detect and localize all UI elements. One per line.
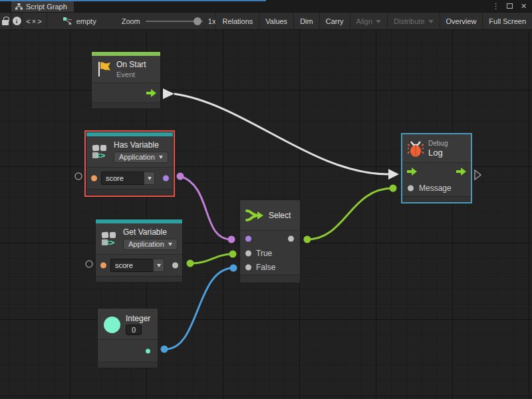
true-label: True [256, 249, 272, 258]
integer-value-field[interactable]: 0 [126, 325, 142, 335]
selector-row [240, 230, 300, 246]
graph-canvas[interactable]: On Start Event <> [0, 30, 532, 399]
zoom-slider-handle[interactable] [194, 17, 201, 25]
node-select[interactable]: Select True False [239, 200, 301, 283]
condition-input-port[interactable] [245, 235, 251, 241]
chevron-down-icon [168, 243, 172, 246]
node-title: Get Variable [123, 227, 178, 237]
integer-output-port[interactable] [146, 348, 150, 353]
flow-input-port[interactable] [407, 168, 417, 176]
wire-endpoint [390, 185, 397, 192]
node-title: Integer [126, 314, 150, 323]
bool-output-port[interactable] [163, 176, 169, 182]
variable-picker-button[interactable] [144, 172, 155, 185]
node-on-start[interactable]: On Start Event [91, 51, 161, 109]
node-has-variable[interactable]: <> Has Variable Application score [86, 132, 174, 196]
dim-button[interactable]: Dim [293, 13, 319, 29]
tab-title: Script Graph [26, 3, 67, 11]
node-integer[interactable]: Integer 0 [97, 308, 158, 368]
node-title: Log [428, 148, 448, 158]
menu-kebab-icon[interactable]: ⋮ [490, 1, 501, 11]
true-input-port[interactable] [245, 250, 251, 256]
selection-output-port[interactable] [288, 235, 294, 241]
node-footer [402, 196, 471, 202]
false-input-port[interactable] [245, 265, 251, 271]
chevron-down-icon [428, 20, 434, 23]
node-debug-log[interactable]: Debug Log Message [401, 133, 472, 203]
variable-picker-button[interactable] [153, 259, 164, 272]
wire-endpoint [177, 173, 184, 180]
wire-hasvar-to-select[interactable] [180, 176, 231, 239]
distribute-dropdown[interactable]: Distribute [387, 13, 439, 29]
name-input-port[interactable] [100, 263, 106, 269]
false-row: False [240, 260, 300, 275]
message-row: Message [402, 180, 471, 196]
node-title: Select [269, 211, 291, 220]
variable-row: score [96, 254, 182, 276]
flag-icon [97, 61, 112, 77]
node-footer [96, 276, 182, 282]
align-dropdown[interactable]: Align [350, 13, 387, 29]
close-icon[interactable]: ✕ [518, 1, 529, 11]
message-label: Message [419, 184, 452, 193]
variable-row: score [86, 167, 173, 189]
window-controls: ⋮ ✕ [490, 0, 529, 12]
flow-output-port[interactable] [456, 168, 466, 176]
chevron-down-icon [159, 156, 163, 159]
unconnected-port-circle [86, 261, 92, 267]
carry-button[interactable]: Carry [319, 13, 350, 29]
script-graph-window: Script Graph ⋮ ✕ i <×> empt [0, 0, 532, 399]
zoom-control: Zoom 1x [122, 13, 216, 29]
wire-end-arrowhead [388, 169, 399, 180]
lock-button[interactable] [0, 13, 11, 29]
unconnected-flow-triangle [475, 170, 481, 180]
node-subtitle: Event [116, 70, 146, 78]
node-title: Has Variable [114, 140, 168, 150]
graph-toolbar: i <×> empty Zoom 1x Relations Value [0, 12, 532, 30]
flow-output-port[interactable] [146, 89, 156, 97]
node-footer [240, 275, 300, 283]
values-button[interactable]: Values [259, 13, 293, 29]
wire-endpoint [187, 260, 194, 267]
full-screen-button[interactable]: Full Screen [482, 13, 532, 29]
zoom-value: 1x [208, 17, 216, 25]
name-input-port[interactable] [91, 176, 97, 182]
select-merge-icon [245, 208, 264, 223]
variable-name-field[interactable]: score [101, 172, 155, 185]
node-footer [86, 189, 173, 195]
false-label: False [256, 263, 275, 272]
output-row [98, 339, 158, 362]
zoom-slider[interactable] [146, 21, 203, 22]
node-subtitle: Debug [428, 140, 448, 147]
node-footer [92, 102, 160, 108]
overview-button[interactable]: Overview [440, 13, 483, 29]
wire-endpoint [230, 265, 237, 272]
true-row: True [240, 246, 300, 260]
relations-button[interactable]: Relations [215, 13, 259, 29]
scope-dropdown[interactable]: Application [114, 152, 168, 163]
tab-script-graph[interactable]: Script Graph [11, 1, 74, 12]
breadcrumb[interactable]: empty [63, 13, 96, 29]
lock-icon [2, 20, 9, 25]
info-button[interactable]: i [11, 13, 22, 29]
maximize-icon[interactable] [504, 1, 515, 11]
scope-dropdown[interactable]: Application [123, 239, 178, 250]
wire-getvar-to-select-true[interactable] [190, 254, 233, 263]
value-output-port[interactable] [172, 263, 178, 269]
wire-onstart-to-log[interactable] [174, 94, 388, 174]
graph-pointer-icon [63, 17, 72, 25]
tab-strip: Script Graph ⋮ ✕ [0, 0, 532, 12]
node-get-variable[interactable]: <> Get Variable Application score [95, 219, 183, 283]
wire-select-to-log-message[interactable] [307, 188, 393, 239]
node-footer [98, 362, 158, 368]
chevron-down-icon [148, 177, 152, 180]
svg-text:<>: <> [105, 238, 114, 247]
message-input-port[interactable] [408, 185, 414, 191]
variable-name-field[interactable]: score [110, 259, 164, 272]
flow-output-row [92, 82, 160, 102]
bug-icon [408, 140, 424, 158]
code-toggle-button[interactable]: <×> [23, 13, 47, 29]
wire-start-triangle [163, 88, 174, 99]
unconnected-port-circle [75, 173, 82, 180]
wire-endpoint [161, 346, 168, 353]
